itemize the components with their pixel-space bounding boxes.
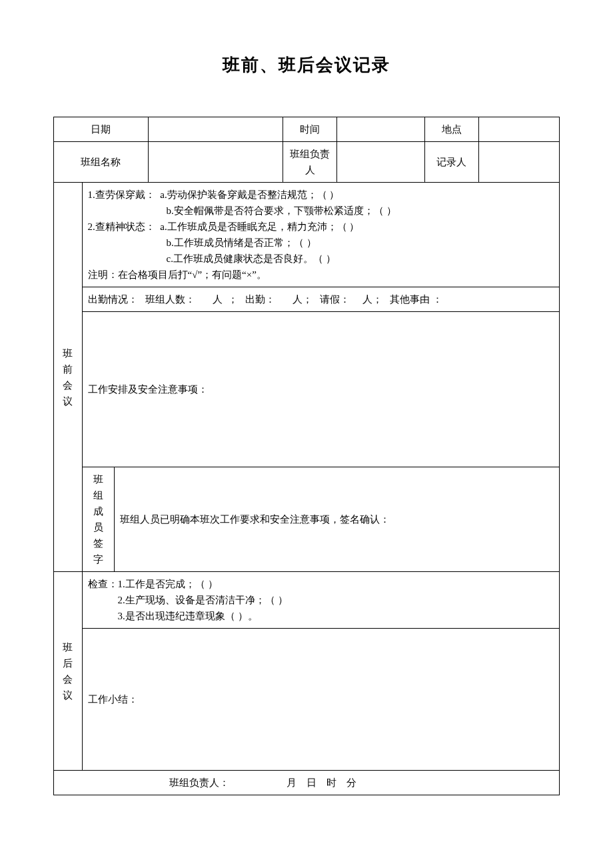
- footer-minute: 分: [346, 777, 356, 788]
- unit-person-1: 人: [213, 294, 223, 305]
- work-arrangement-label: 工作安排及安全注意事项：: [88, 381, 554, 397]
- recorder-value[interactable]: [478, 142, 559, 183]
- check-item1-label: 1.查劳保穿戴：: [88, 189, 155, 200]
- check-item2-c: c.工作班成员健康状态是否良好。（ ）: [167, 253, 336, 264]
- member-sign-label: 班组成员签字: [82, 467, 115, 572]
- recorder-label: 记录人: [424, 142, 478, 183]
- form-table: 日期 时间 地点 班组名称 班组负责人 记录人 班前会议 1.查劳保穿戴： a.…: [53, 117, 560, 795]
- time-label: 时间: [283, 117, 337, 142]
- member-sign-area[interactable]: 班组人员已明确本班次工作要求和安全注意事项，签名确认：: [115, 467, 560, 572]
- check-item1-b: b.安全帽佩带是否符合要求，下颚带松紧适度；（ ）: [167, 205, 396, 216]
- summary-label: 工作小结：: [88, 691, 554, 707]
- attendance-label: 出勤情况：: [88, 294, 138, 305]
- check-item2-a: a.工作班成员是否睡眠充足，精力充沛；（ ）: [160, 221, 359, 232]
- unit-person-3: 人: [362, 294, 372, 305]
- pre-meeting-section-label: 班前会议: [54, 183, 83, 572]
- check-item1-a: a.劳动保护装备穿戴是否整洁规范；（ ）: [160, 189, 339, 200]
- summary-cell[interactable]: 工作小结：: [82, 629, 560, 771]
- check-item2-label: 2.查精神状态：: [88, 221, 155, 232]
- team-name-value[interactable]: [148, 142, 283, 183]
- leave-label: 请假：: [320, 294, 350, 305]
- footer-day: 日: [306, 777, 316, 788]
- member-sign-text: 班组人员已明确本班次工作要求和安全注意事项，签名确认：: [120, 511, 554, 527]
- post-check-3: 3.是否出现违纪违章现象（ ）。: [118, 611, 258, 621]
- team-leader-label: 班组负责人: [283, 142, 337, 183]
- page-title: 班前、班后会议记录: [53, 53, 560, 77]
- team-leader-value[interactable]: [337, 142, 425, 183]
- post-meeting-section-label: 班后会议: [54, 572, 83, 771]
- unit-person-2: 人: [293, 294, 303, 305]
- time-value[interactable]: [337, 117, 425, 142]
- team-count-label: 班组人数：: [145, 294, 195, 305]
- date-value[interactable]: [148, 117, 283, 142]
- checklist-note: 注明：在合格项目后打“√”；有问题“×”。: [88, 267, 554, 283]
- work-arrangement-cell[interactable]: 工作安排及安全注意事项：: [82, 312, 560, 467]
- other-label: 其他事由 ：: [390, 294, 442, 305]
- footer-hour: 时: [326, 777, 336, 788]
- pre-meeting-checklist: 1.查劳保穿戴： a.劳动保护装备穿戴是否整洁规范；（ ） b.安全帽佩带是否符…: [82, 183, 560, 287]
- post-meeting-check: 检查：1.工作是否完成；（ ） 2.生产现场、设备是否清洁干净；（ ） 3.是否…: [82, 572, 560, 629]
- footer-row: 班组负责人： 月 日 时 分: [54, 771, 560, 795]
- date-label: 日期: [54, 117, 149, 142]
- location-label: 地点: [424, 117, 478, 142]
- post-check-label: 检查：: [88, 579, 118, 589]
- check-item2-b: b.工作班成员情绪是否正常；（ ）: [167, 237, 316, 248]
- attendance-row: 出勤情况： 班组人数： 人 ； 出勤： 人； 请假： 人； 其他事由 ：: [82, 287, 560, 312]
- page: 班前、班后会议记录 日期 时间 地点 班组名称 班组负责人 记录: [0, 0, 613, 868]
- post-check-2: 2.生产现场、设备是否清洁干净；（ ）: [118, 595, 288, 605]
- team-name-label: 班组名称: [54, 142, 149, 183]
- footer-leader-label: 班组负责人：: [169, 777, 229, 788]
- post-check-1: 1.工作是否完成；（ ）: [118, 579, 218, 589]
- attend-label: 出勤：: [245, 294, 275, 305]
- location-value[interactable]: [478, 117, 559, 142]
- footer-month: 月: [287, 777, 297, 788]
